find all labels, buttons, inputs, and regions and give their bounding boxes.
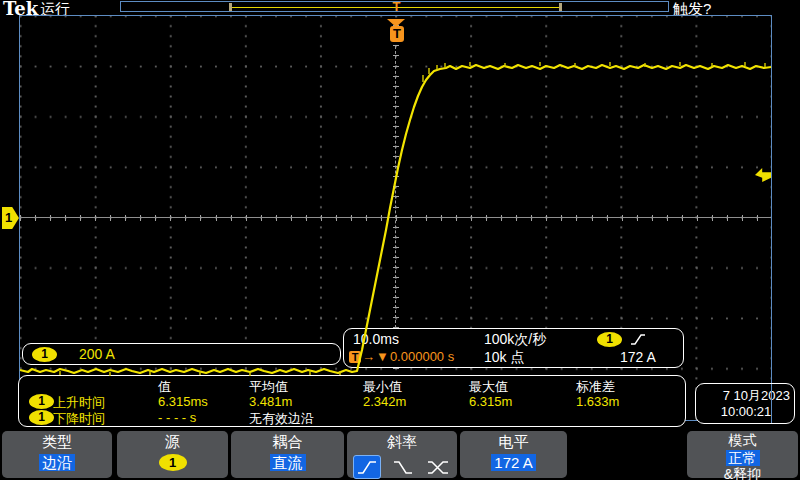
coupling-value: 直流: [270, 454, 306, 471]
meas-row1-mean: 3.481m: [249, 394, 292, 409]
meas-row1-channel-badge: 1: [29, 394, 54, 409]
trigger-slope-icon: [630, 333, 646, 346]
delay-arrow-icon: →: [362, 349, 375, 364]
window-bracket-left: [229, 3, 232, 11]
trigger-level-readout: 172 A: [620, 349, 656, 365]
slope-falling-icon[interactable]: [390, 456, 416, 478]
source-channel-badge: 1: [159, 454, 187, 471]
channel1-scale: 200 A: [79, 346, 115, 362]
timebase-readout-box: 10.0ms T→▼0.000000 s 100k次/秒 10k 点 1 172…: [343, 328, 684, 368]
acquisition-rate: 100k次/秒: [484, 331, 546, 349]
slope-either-icon[interactable]: [425, 456, 451, 478]
time-label: 10:00:21: [696, 404, 796, 419]
trigger-source-badge: 1: [597, 332, 622, 347]
level-label: 电平: [499, 433, 529, 452]
menu-mode-button[interactable]: 模式 正常 &释抑: [687, 431, 798, 478]
level-value: 172 A: [491, 454, 535, 471]
oscilloscope-screen: Tek 运行 T 触发? T 1 1 200 A 10.0ms T→▼0.000…: [0, 0, 800, 480]
trigger-delay-value: 0.000000 s: [390, 349, 454, 364]
measurement-table: 值 平均值 最小值 最大值 标准差 1 上升时间 6.315ms 3.481m …: [18, 375, 686, 427]
delay-marker-icon: ▼: [376, 349, 389, 364]
time-per-div: 10.0ms: [353, 331, 399, 347]
meas-row1-min: 2.342m: [363, 394, 406, 409]
channel1-readout-box: 1 200 A: [22, 343, 341, 365]
meas-row2-note: 无有效边沿: [249, 410, 314, 428]
mode-value2: &释抑: [724, 466, 761, 480]
trigger-type-label: 类型: [42, 433, 72, 452]
menu-level-button[interactable]: 电平 172 A: [460, 431, 567, 478]
record-trigger-position-icon: T: [389, 0, 404, 14]
menu-slope-button[interactable]: 斜率: [347, 431, 457, 478]
record-length: 10k 点: [484, 349, 524, 367]
trigger-delay-readout: T→▼0.000000 s: [349, 349, 454, 364]
menu-trigger-type-button[interactable]: 类型 边沿: [2, 431, 112, 478]
trigger-source-readout: 1: [597, 332, 646, 347]
menu-source-button[interactable]: 源 1: [117, 431, 228, 478]
trigger-t-icon: T: [349, 351, 361, 363]
date-label: 7 10月2023: [696, 387, 790, 405]
trigger-type-value: 边沿: [39, 454, 75, 471]
trigger-position-marker-icon: T: [390, 26, 404, 42]
softkey-menu: 类型 边沿 源 1 耦合 直流 斜率: [0, 429, 800, 480]
coupling-label: 耦合: [273, 433, 303, 452]
slope-rising-icon[interactable]: [353, 455, 381, 479]
trigger-position-line: [395, 46, 396, 328]
meas-row2-value: - - - - s: [158, 410, 196, 425]
mode-value: 正常: [726, 450, 760, 466]
meas-row2-channel-badge: 1: [29, 410, 54, 425]
channel1-ground-marker: 1: [2, 207, 19, 229]
datetime-box: 7 10月2023 10:00:21: [695, 383, 795, 424]
source-label: 源: [165, 433, 180, 452]
meas-row2-name: 下降时间: [53, 410, 105, 428]
graticule-border-segment: [771, 384, 772, 423]
meas-row1-value: 6.315ms: [158, 394, 208, 409]
meas-row1-stddev: 1.633m: [576, 394, 619, 409]
window-bracket-right: [559, 3, 562, 11]
slope-options: [353, 455, 451, 479]
mode-label: 模式: [729, 432, 757, 450]
menu-coupling-button[interactable]: 耦合 直流: [231, 431, 344, 478]
channel1-badge: 1: [32, 347, 57, 362]
slope-label: 斜率: [387, 433, 417, 452]
meas-row1-max: 6.315m: [469, 394, 512, 409]
